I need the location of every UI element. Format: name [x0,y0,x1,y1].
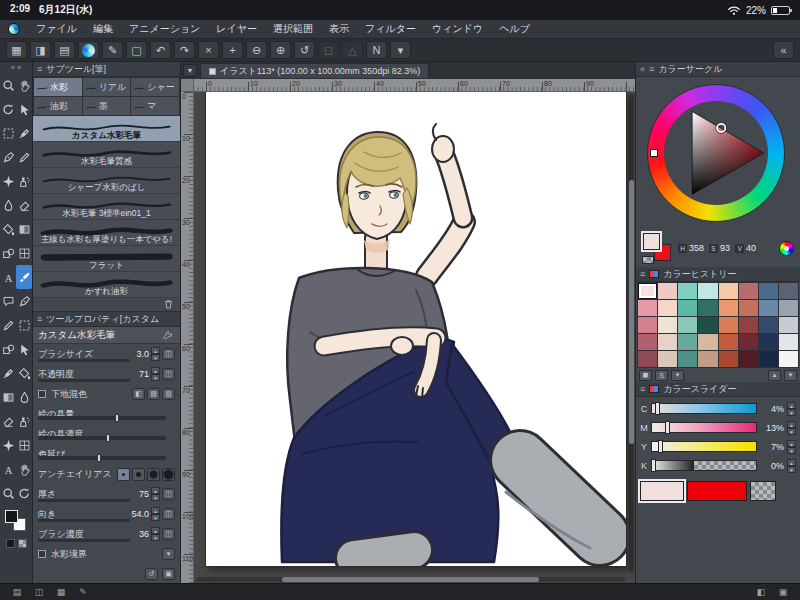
step-down-icon[interactable]: ▼ [151,514,160,521]
zoom-tool[interactable] [0,73,16,97]
brush-item-1[interactable]: 水彩毛筆質感 [33,142,180,168]
history-swatch[interactable] [638,300,657,316]
collapse-right-icon[interactable]: « [773,41,794,59]
object-tool[interactable] [16,337,32,361]
history-swatch[interactable] [759,334,778,350]
base-color-mix-mode-1-icon[interactable]: ▨ [147,388,160,400]
anti-aliasing-param[interactable]: アンチエイリアス [33,464,180,484]
panel-menu-icon[interactable]: ≡ [37,314,42,324]
direction-param[interactable]: 向き54.0▲▼◫ [33,504,180,524]
canvas-menu-icon[interactable]: ▼ [183,64,197,77]
step-up-icon[interactable]: ▲ [151,507,160,514]
paint-density-param[interactable]: 絵の具濃度 [33,424,180,444]
paint-density-handle[interactable] [106,434,110,442]
line-correction-tool[interactable] [16,289,32,313]
history-swatch[interactable] [658,300,677,316]
subtool-tab-3[interactable]: 油彩 [34,97,82,115]
subtool-tab-0[interactable]: 水彩 [34,78,82,96]
history-swatch[interactable] [719,317,738,333]
brush-item-5[interactable]: フラット [33,246,180,272]
workspace-grid-icon[interactable]: ▦ [6,41,27,59]
split-view-icon[interactable]: ◨ [30,41,51,59]
reset-defaults-icon[interactable]: ↺ [145,568,158,580]
stabilizer-icon[interactable]: ✎ [102,41,123,59]
menu-item-3[interactable]: レイヤー [208,20,265,38]
hue-marker[interactable] [650,149,658,157]
menu-item-7[interactable]: ウィンドウ [424,20,491,38]
direction-dynamics-icon[interactable]: ◫ [162,508,175,520]
brush-size-param[interactable]: ブラシサイズ3.0▲▼◫ [33,344,180,364]
history-swatch[interactable] [779,317,798,333]
history-swatch[interactable] [759,300,778,316]
rotate-tool[interactable] [0,97,16,121]
transform-icon[interactable]: ◻ [318,41,339,59]
anti-aliasing-level-3[interactable] [162,468,175,481]
ruler-tool[interactable] [0,337,16,361]
panel-menu-icon[interactable]: ≡ [37,64,42,74]
spray-tool[interactable] [16,409,32,433]
solid-color-chip[interactable] [6,539,15,548]
selection-tool[interactable] [0,121,16,145]
k-slider[interactable] [651,460,757,471]
step-down-icon[interactable]: ▼ [151,374,160,381]
history-swatch[interactable] [658,351,677,367]
balloon-text-tool[interactable]: A [0,457,16,481]
color-mode-toggle-icon[interactable] [779,241,794,256]
color-stretch-handle[interactable] [97,454,101,462]
horizontal-scrollbar[interactable] [196,577,625,582]
eyedropper-tool[interactable] [16,121,32,145]
step-down-icon[interactable]: ▼ [787,447,796,454]
thickness-slider[interactable] [38,499,130,502]
anti-aliasing-level-0[interactable] [117,468,130,481]
history-swatch[interactable] [638,334,657,350]
history-swatch[interactable] [739,351,758,367]
channel-stepper[interactable]: ▲▼ [787,402,796,416]
move-canvas-icon[interactable]: + [222,41,243,59]
close-fill-tool[interactable] [16,361,32,385]
step-up-icon[interactable]: ▲ [787,440,796,447]
opacity-stepper[interactable]: ▲▼ [151,367,160,381]
step-up-icon[interactable]: ▲ [787,421,796,428]
history-swatch[interactable] [678,283,697,299]
menu-item-1[interactable]: 編集 [85,20,121,38]
pencil-tool[interactable] [16,145,32,169]
paint-amount-handle[interactable] [115,414,119,422]
base-color-mix-mode-2-icon[interactable]: ▥ [162,388,175,400]
sv-triangle[interactable] [664,101,768,205]
collapse-tools-icon[interactable]: « « [10,63,21,73]
history-swatch[interactable] [759,351,778,367]
frame-tool[interactable] [16,241,32,265]
history-swatch[interactable] [638,283,657,299]
main-sub-color-swatches[interactable] [3,509,29,535]
brush-item-2[interactable]: シャープ水彩のばし [33,168,180,194]
history-swatch[interactable] [779,334,798,350]
grid-tool[interactable] [16,433,32,457]
sub-color-large-swatch[interactable] [687,481,747,501]
effect-tool[interactable] [0,433,16,457]
history-swatch[interactable] [698,334,717,350]
airbrush-tool[interactable] [16,169,32,193]
y-slider[interactable] [651,441,757,452]
paint-amount-param[interactable]: 絵の具量 [33,404,180,424]
register-settings-icon[interactable]: ▣ [162,568,175,580]
snap-icon[interactable]: △ [342,41,363,59]
base-color-mix-param[interactable]: 下地混色◧▨▥ [33,384,180,404]
direction-slider[interactable] [38,519,130,522]
slider-handle[interactable] [658,440,663,453]
subtool-tab-1[interactable]: リアル [83,78,131,96]
balloon-tool[interactable] [0,289,16,313]
undo-icon[interactable]: ↶ [150,41,171,59]
crayon-tool[interactable] [0,313,16,337]
pan-tool[interactable] [16,457,32,481]
palette-dock-icon[interactable]: ▤ [54,41,75,59]
gradient-tool[interactable] [16,217,32,241]
document-tab[interactable]: イラスト113* (100.00 x 100.00mm 350dpi 82.3%… [200,63,429,78]
app-logo-icon[interactable] [8,23,20,35]
history-swatch[interactable] [739,283,758,299]
history-swatch[interactable] [658,283,677,299]
menu-item-5[interactable]: 表示 [321,20,357,38]
subtool-tab-2[interactable]: シャー [131,78,179,96]
history-swatch[interactable] [759,283,778,299]
toggle-color-panel-icon[interactable]: ◧ [752,586,770,598]
canvas-page[interactable] [206,92,626,566]
